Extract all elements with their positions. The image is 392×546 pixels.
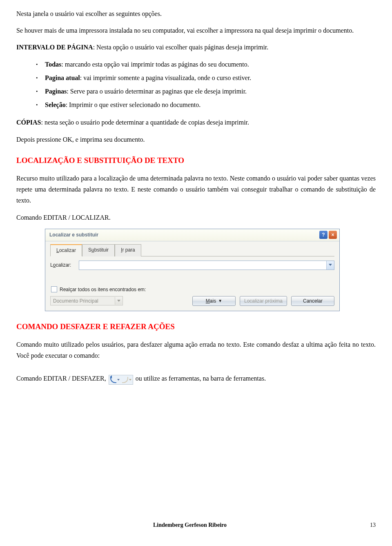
select-search-scope[interactable]: Documento Principal: [50, 296, 123, 305]
list-item: Seleção: Imprimir o que estiver selecion…: [16, 99, 376, 110]
help-button[interactable]: ?: [319, 231, 327, 239]
bullet-icon: [36, 72, 45, 83]
desc-intervalo: : Nesta opção o usuário vai escolher qua…: [93, 44, 269, 51]
dialog-find-replace-image: Localizar e substituir ? × Localizar Sub…: [45, 229, 340, 311]
heading-desfazer: COMANDO DESFAZER E REFAZER AÇÕES: [16, 320, 376, 333]
bullet-term: Seleção: [45, 101, 66, 108]
checkbox-highlight-label: Realçar todos os itens encontrados em:: [60, 285, 146, 294]
dialog-tabs: Localizar Substituir Ir para: [50, 244, 334, 256]
bullet-icon: [36, 59, 45, 70]
tab-substituir[interactable]: Substituir: [82, 244, 115, 256]
undo-redo-toolbar-image: [109, 375, 133, 385]
redo-icon: [122, 377, 128, 383]
heading-localizacao: LOCALIZAÇÃO E SUBSTITUIÇÃO DE TEXTO: [16, 154, 376, 167]
paragraph-cmd-desfazer: Comando EDITAR / DESFAZER, ou utilize as…: [16, 373, 376, 385]
bullet-icon: [36, 99, 45, 110]
dialog-title: Localizar e substituir: [49, 231, 319, 239]
undo-button[interactable]: [110, 377, 120, 383]
bullet-text: : Imprimir o que estiver selecionado no …: [66, 101, 201, 108]
paragraph-desfazer: Comando muito utilizado pelos usuários, …: [16, 339, 376, 361]
close-button[interactable]: ×: [329, 231, 337, 239]
page-footer: Lindemberg Gerfeson Ribeiro 13: [16, 520, 376, 530]
cmd-desfazer-pre: Comando EDITAR / DESFAZER,: [16, 375, 108, 382]
label-copias: CÓPIAS: [16, 119, 41, 126]
footer-author: Lindemberg Gerfeson Ribeiro: [16, 520, 363, 530]
bullet-icon: [36, 86, 45, 97]
svg-marker-1: [117, 300, 120, 302]
find-next-button[interactable]: Localizar próxima: [240, 296, 287, 306]
svg-marker-0: [329, 264, 332, 266]
double-chevron-down-icon: ▼: [218, 299, 222, 303]
label-intervalo: INTERVALO DE PÁGINA: [16, 44, 93, 51]
more-button-label: Mais: [206, 297, 216, 305]
undo-icon: [110, 377, 116, 383]
bullet-term: Pagina atual: [45, 74, 80, 81]
dialog-find-replace: Localizar e substituir ? × Localizar Sub…: [45, 229, 340, 311]
paragraph-intro-1: Nesta janela o usuário vai escolher as s…: [16, 8, 376, 19]
bullet-term: Paginas: [45, 88, 67, 95]
bullet-text: : marcando esta opção vai imprimir todas…: [61, 61, 249, 68]
paragraph-intro-2: Se houver mais de uma impressora instala…: [16, 25, 376, 36]
bullet-list: Todas: marcando esta opção vai imprimir …: [16, 59, 376, 111]
more-button[interactable]: Mais ▼: [192, 296, 236, 306]
bullet-text: : Serve para o usuário determinar as pag…: [67, 88, 247, 95]
label-localizar-field: Localizar:: [50, 261, 79, 269]
chevron-down-icon: [115, 297, 122, 305]
list-item: Todas: marcando esta opção vai imprimir …: [16, 59, 376, 70]
tab-irpara[interactable]: Ir para: [115, 244, 141, 256]
paragraph-copias-after: Depois pressione OK, e imprima seu docum…: [16, 134, 376, 145]
caret-down-icon: [117, 379, 120, 381]
paragraph-copias: CÓPIAS: nesta seção o usuário pode deter…: [16, 117, 376, 128]
bullet-term: Todas: [45, 61, 61, 68]
tab-localizar[interactable]: Localizar: [50, 244, 82, 256]
list-item: Paginas: Serve para o usuário determinar…: [16, 86, 376, 97]
cancel-label: Cancelar: [303, 297, 323, 305]
list-item: Pagina atual: vai imprimir somente a pag…: [16, 72, 376, 83]
paragraph-intervalo: INTERVALO DE PÁGINA: Nesta opção o usuár…: [16, 42, 376, 53]
select-scope-value: Documento Principal: [53, 297, 98, 305]
footer-page-number: 13: [363, 520, 376, 530]
bullet-text: : vai imprimir somente a pagina visualiz…: [80, 74, 251, 81]
caret-down-icon: [129, 379, 131, 381]
chevron-down-icon[interactable]: [326, 261, 334, 270]
cmd-desfazer-post: ou utilize as ferramentas, na barra de f…: [134, 375, 266, 382]
cancel-button[interactable]: Cancelar: [291, 296, 334, 306]
dialog-titlebar[interactable]: Localizar e substituir ? ×: [45, 229, 339, 241]
paragraph-localizacao: Recurso muito utilizado para a localizaç…: [16, 173, 376, 206]
checkbox-highlight-all[interactable]: [51, 286, 57, 292]
desc-copias: : nesta seção o usuário pode determinar …: [41, 119, 249, 126]
cmd-editar-localizar: Comando EDITAR / LOCALIZAR.: [16, 212, 376, 223]
redo-button[interactable]: [122, 377, 131, 383]
search-input[interactable]: [79, 261, 334, 270]
find-next-label: Localizar próxima: [244, 297, 283, 305]
